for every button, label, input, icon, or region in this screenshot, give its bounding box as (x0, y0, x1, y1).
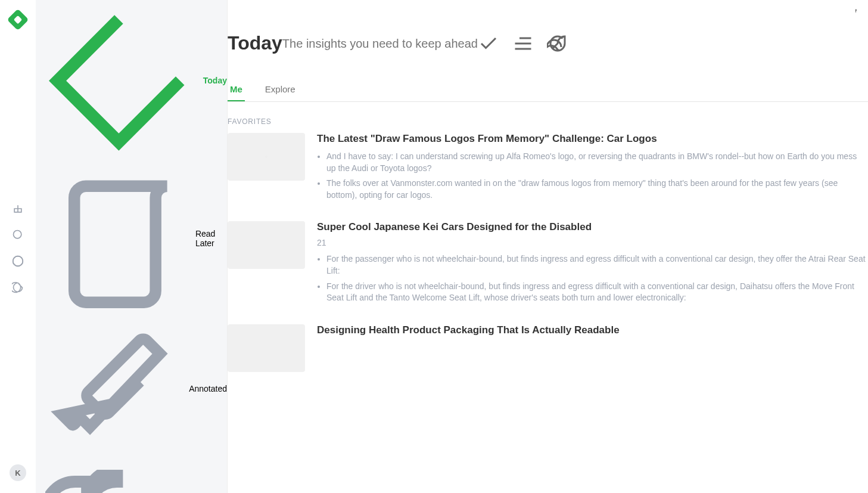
article-2-engagement: 21 (317, 238, 326, 247)
sidebar-item-annotated[interactable]: Annotated (36, 315, 227, 463)
article-2-bullets: For the passenger who is not wheelchair-… (317, 253, 868, 303)
article-2[interactable]: Super Cool Japanese Kei Cars Designed fo… (228, 221, 868, 307)
page-header: Today The insights you need to keep ahea… (228, 32, 868, 54)
article-3-title[interactable]: Designing Health Product Packaging That … (317, 324, 868, 336)
svg-point-0 (14, 231, 21, 238)
content-tabs: Me Explore (228, 78, 868, 102)
page-title: Today (228, 32, 282, 54)
refresh-icon (547, 33, 568, 54)
main-content: Today The insights you need to keep ahea… (228, 0, 868, 493)
article-1-thumb (228, 133, 305, 181)
today-label: Today (203, 76, 227, 85)
user-avatar[interactable]: K (10, 464, 26, 481)
tab-me[interactable]: Me (228, 78, 245, 101)
article-3-thumb (228, 324, 305, 372)
help-button[interactable] (6, 249, 30, 273)
sidebar-item-train-leo[interactable]: Train Leo (36, 463, 227, 493)
app-rail: K (0, 0, 36, 493)
theme-button[interactable] (6, 275, 30, 299)
list-view-button[interactable] (512, 33, 534, 54)
refresh-button[interactable] (547, 33, 568, 54)
annotated-label: Annotated (189, 384, 227, 393)
search-button[interactable] (6, 223, 30, 247)
article-2-content: Super Cool Japanese Kei Cars Designed fo… (317, 221, 868, 307)
sidebar: Today Read Later Annotated Train Leo All… (36, 0, 228, 493)
article-2-title[interactable]: Super Cool Japanese Kei Cars Designed fo… (317, 221, 868, 233)
article-1-content: The Latest "Draw Famous Logos From Memor… (317, 133, 868, 204)
favorites-section-label: FAVORITES (228, 117, 868, 126)
list-icon (512, 33, 534, 54)
sidebar-item-read-later[interactable]: Read Later (36, 162, 227, 315)
article-2-bullet-2: For the driver who is not wheelchair-bou… (326, 281, 868, 304)
article-2-thumb (228, 221, 305, 269)
article-1-bullets: And I have to say: I can understand scre… (317, 151, 868, 201)
mark-read-button[interactable] (478, 33, 499, 54)
article-1-title[interactable]: The Latest "Draw Famous Logos From Memor… (317, 133, 868, 145)
article-1-bullet-1: And I have to say: I can understand scre… (326, 151, 868, 174)
article-2-bullet-1: For the passenger who is not wheelchair-… (326, 253, 868, 277)
read-later-label: Read Later (195, 229, 227, 248)
article-3-content: Designing Health Product Packaging That … (317, 324, 868, 372)
header-actions (478, 33, 568, 54)
add-button[interactable] (6, 197, 30, 221)
tab-explore[interactable]: Explore (263, 78, 298, 101)
sidebar-item-today[interactable]: Today (36, 0, 227, 162)
sparkle-1 (265, 156, 267, 158)
article-2-meta: 21 (317, 238, 868, 247)
article-list: The Latest "Draw Famous Logos From Memor… (228, 133, 868, 372)
article-3[interactable]: Designing Health Product Packaging That … (228, 324, 868, 372)
article-1-bullet-2: The folks over at Vanmonster.com wanted … (326, 178, 868, 201)
app-logo-icon[interactable] (7, 9, 29, 31)
page-subtitle: The insights you need to keep ahead (282, 37, 478, 51)
article-1[interactable]: The Latest "Draw Famous Logos From Memor… (228, 133, 868, 204)
check-icon (478, 33, 499, 54)
